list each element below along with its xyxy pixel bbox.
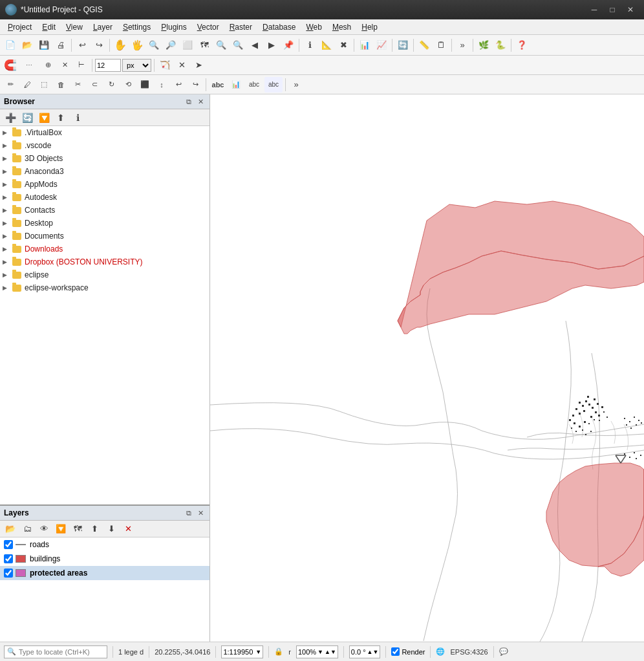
status-messages-icon[interactable]: 💬 [499,647,508,656]
zoom-up-icon[interactable]: ▲ [325,649,330,655]
redo-button[interactable]: ↪ [91,38,107,53]
status-zoom-combo[interactable]: 100% ▼ ▲ ▼ [296,645,338,658]
status-scale-combo[interactable]: 1:119950 ▼ [221,645,263,658]
adv-rotate-button[interactable]: ↻ [103,77,119,92]
browser-tree-item[interactable]: ▶ Downloads [0,243,209,255]
snap-config-button[interactable]: ⋯ [19,58,39,73]
layers-remove-button[interactable]: ✕ [120,521,136,537]
menu-web[interactable]: Web [301,21,327,33]
python-button[interactable]: 🐍 [493,38,508,53]
pan-to-selection-button[interactable]: 🖐 [129,38,145,53]
select-button[interactable]: 📐 [319,38,334,53]
rotation-down-icon[interactable]: ▼ [372,649,378,655]
zoom-last-button[interactable]: ◀ [247,38,263,53]
adv-reshape-button[interactable]: ⟲ [120,77,136,92]
browser-tree-item[interactable]: ▶ .vscode [0,139,209,152]
more-tools-button[interactable]: » [455,38,470,53]
menu-vector[interactable]: Vector [192,21,224,33]
menu-mesh[interactable]: Mesh [327,21,356,33]
layers-move-up-button[interactable]: ⬆ [87,521,102,537]
browser-tree-item[interactable]: ▶ Contacts [0,204,209,217]
adv-delete-button[interactable]: 🗑 [53,77,69,92]
deselect-button[interactable]: ✖ [336,38,351,53]
layers-open-button[interactable]: 📂 [3,521,18,537]
layers-panel-float-button[interactable]: ⧉ [184,508,194,518]
zoom-selection-button[interactable]: 🔍 [213,38,229,53]
maximize-button[interactable]: □ [604,3,621,16]
open-stats-button[interactable]: 📈 [374,38,389,53]
save-project-button[interactable]: 💾 [36,38,52,53]
map-canvas[interactable] [210,94,644,642]
layers-add-group-button[interactable]: 🗂 [19,521,35,537]
rotation-up-icon[interactable]: ▲ [367,649,373,655]
save-as-button[interactable]: 🖨 [53,38,69,53]
menu-layer[interactable]: Layer [88,21,118,33]
browser-help-button[interactable]: ℹ [70,110,85,125]
layer-visibility-check[interactable] [4,569,13,578]
status-search-box[interactable]: 🔍 [4,645,107,658]
adv-undo-button[interactable]: ↩ [171,77,186,92]
render-checkbox[interactable] [391,647,400,656]
layer-item[interactable]: protected areas [0,566,209,580]
snap-cross-button[interactable]: ✕ [57,58,72,73]
open-attribute-table-button[interactable]: 📊 [357,38,372,53]
browser-tree-item[interactable]: ▶ eclipse-workspace [0,281,209,294]
more-adv-button[interactable]: » [288,77,304,92]
zoom-full-button[interactable]: 🗺 [197,38,212,53]
adv-select-edit-button[interactable]: ⬚ [36,77,52,92]
browser-tree-item[interactable]: ▶ Dropbox (BOSTON UNIVERSITY) [0,255,209,268]
browser-tree-item[interactable]: ▶ 3D Objects [0,152,209,165]
adv-fill-button[interactable]: ⬛ [137,77,153,92]
browser-collapse-button[interactable]: ⬆ [53,110,69,125]
status-search-input[interactable] [19,648,103,656]
menu-settings[interactable]: Settings [118,21,156,33]
diagram-button[interactable]: 📊 [228,77,244,92]
snap-right-button[interactable]: ⊢ [74,58,89,73]
browser-tree-item[interactable]: ▶ Autodesk [0,191,209,204]
digitize-arrow-tool[interactable]: ➤ [191,58,206,73]
zoom-layer-button[interactable]: 🔍 [230,38,246,53]
browser-add-button[interactable]: ➕ [3,110,18,125]
browser-panel-float-button[interactable]: ⧉ [184,96,194,107]
browser-tree-item[interactable]: ▶ Desktop [0,217,209,230]
layers-filter-map-button[interactable]: 🗺 [70,521,85,537]
layer-visibility-check[interactable] [4,554,13,563]
refresh-button[interactable]: 🔄 [395,38,411,53]
layer-item[interactable]: roads [0,537,209,552]
font-size-input[interactable]: 12 [95,59,121,72]
zoom-next-button[interactable]: ▶ [264,38,279,53]
browser-tree-item[interactable]: ▶ AppMods [0,178,209,191]
adv-merge-button[interactable]: ⊂ [87,77,102,92]
measure-button[interactable]: 📏 [416,38,432,53]
layer-item[interactable]: buildings [0,552,209,566]
digitize-node-tool[interactable]: 🏹 [157,58,173,73]
browser-tree-item[interactable]: ▶ eclipse [0,268,209,281]
identify-button[interactable]: ℹ [302,38,317,53]
help-button[interactable]: ❓ [514,38,530,53]
adv-redo-button[interactable]: ↪ [188,77,203,92]
adv-split-button[interactable]: ✂ [70,77,85,92]
adv-move-button[interactable]: ↕ [154,77,169,92]
zoom-down-icon[interactable]: ▼ [330,649,336,655]
menu-plugins[interactable]: Plugins [156,21,191,33]
browser-tree-item[interactable]: ▶ Anaconda3 [0,165,209,178]
close-button[interactable]: ✕ [622,3,639,16]
browser-tree-item[interactable]: ▶ Documents [0,230,209,243]
adv-edit-button[interactable]: ✏ [3,77,18,92]
label2-button[interactable]: abc [245,77,263,92]
adv-pencil-button[interactable]: 🖊 [19,77,35,92]
undo-button[interactable]: ↩ [74,38,90,53]
menu-view[interactable]: View [61,21,88,33]
zoom-in-button[interactable]: 🔍 [146,38,162,53]
grass-button[interactable]: 🌿 [476,38,491,53]
menu-project[interactable]: Project [3,21,37,33]
menu-help[interactable]: Help [356,21,383,33]
layers-filter-button[interactable]: 🔽 [53,521,69,537]
layers-move-down-button[interactable]: ⬇ [103,521,119,537]
zoom-native-button[interactable]: 📌 [281,38,296,53]
browser-panel-close-button[interactable]: ✕ [195,96,206,107]
annotation-button[interactable]: 🗒 [433,38,449,53]
menu-database[interactable]: Database [257,21,301,33]
render-checkbox-label[interactable]: Render [391,647,425,656]
layers-show-all-button[interactable]: 👁 [36,521,52,537]
